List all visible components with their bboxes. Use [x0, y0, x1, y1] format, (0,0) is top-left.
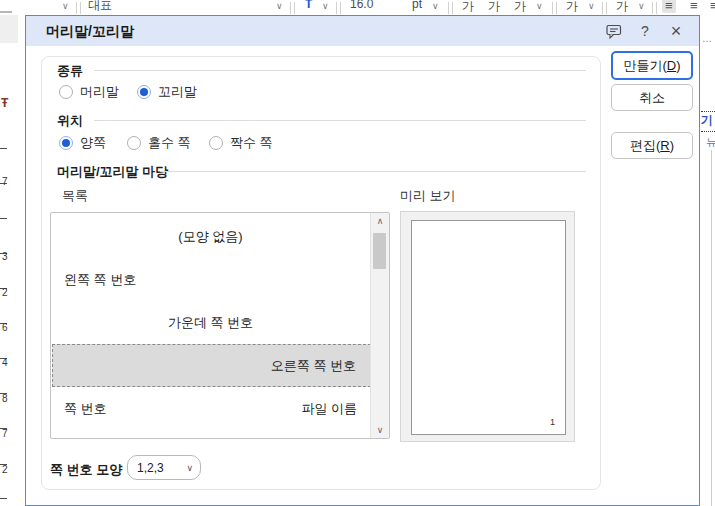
radio-indicator — [59, 136, 73, 150]
list-item-selected[interactable]: 오른쪽 쪽 번호 — [52, 344, 371, 387]
section-divider — [94, 70, 586, 71]
close-icon[interactable]: × — [667, 22, 685, 40]
ruler-number: 6 — [2, 322, 8, 333]
help-icon[interactable]: ? — [636, 22, 654, 40]
list-item[interactable]: 왼쪽 쪽 번호 — [52, 258, 371, 301]
list-item[interactable]: 쪽 번호 파일 이름 — [52, 387, 371, 430]
radio-header-label: 머리말 — [80, 83, 119, 101]
radio-indicator — [59, 85, 73, 99]
list-item-label: (모양 없음) — [178, 228, 242, 246]
page-number-format-value: 1,2,3 — [128, 461, 186, 475]
list-item[interactable]: 가운데 쪽 번호 — [52, 301, 371, 344]
document-text-fragment: 뉴 — [706, 135, 715, 148]
radio-footer-label: 꼬리말 — [158, 83, 197, 101]
section-divider — [160, 171, 586, 172]
radio-indicator — [127, 136, 141, 150]
ruler-tick — [0, 498, 7, 499]
section-divider — [94, 120, 586, 121]
ruler-number: 7 — [2, 176, 8, 187]
bold-button[interactable]: 가 — [462, 0, 474, 15]
ruler-number: 3 — [2, 251, 8, 262]
align-justify-button[interactable]: ≡ — [662, 0, 676, 13]
template-listbox: (모양 없음) 왼쪽 쪽 번호 가운데 쪽 번호 오른쪽 쪽 번호 쪽 번호 파… — [50, 212, 390, 439]
background-edge-line — [0, 11, 12, 13]
font-color-button[interactable]: 가 — [566, 0, 578, 15]
document-text-fragment: 기탐 — [701, 112, 715, 127]
dialog-comment-icon[interactable] — [605, 22, 623, 40]
toolbar-separator — [652, 2, 657, 14]
align-center-button[interactable]: ≡ — [710, 0, 715, 13]
list-item-label: 왼쪽 쪽 번호 — [64, 271, 136, 289]
button-text: 편집( — [630, 137, 660, 155]
italic-button[interactable]: 가 — [488, 0, 500, 15]
radio-even-pages-label: 짝수 쪽 — [230, 134, 273, 152]
chevron-down-icon[interactable]: ∨ — [432, 1, 439, 11]
page-number-format-select[interactable]: 1,2,3 ∨ — [127, 455, 201, 480]
font-size-unit: pt — [412, 0, 422, 11]
radio-header[interactable]: 머리말 — [59, 83, 119, 101]
list-item-label: 파일 이름 — [301, 400, 357, 418]
radio-odd-pages-label: 홀수 쪽 — [148, 134, 191, 152]
section-position-label: 위치 — [57, 112, 83, 130]
background-toolbar: ∨ 대표 ∨ T ∨ 16.0 pt ∨ 가 가 가 ∨ 가 ∨ 가 ∨ ≡ ≡… — [0, 0, 715, 15]
font-size-value[interactable]: 16.0 — [350, 0, 373, 11]
toolbar-separator — [448, 2, 453, 14]
chevron-down-icon[interactable]: ∨ — [276, 1, 283, 11]
radio-both-pages-label: 양쪽 — [80, 134, 106, 152]
toolbar-separator — [76, 2, 81, 14]
ruler-tick — [0, 148, 7, 149]
chevron-down-icon[interactable]: ∨ — [536, 1, 543, 11]
scroll-down-icon[interactable]: ∨ — [371, 425, 389, 435]
vertical-ruler: Ŧ 7 3 2 6 4 8 7 2 — [0, 15, 25, 506]
chevron-down-icon[interactable]: ∨ — [638, 1, 645, 11]
cancel-button[interactable]: 취소 — [611, 84, 693, 111]
button-hotkey: D — [667, 58, 676, 73]
list-scrollbar[interactable]: ∧ ∨ — [370, 213, 389, 438]
align-left-button[interactable]: ≡ — [690, 0, 698, 13]
document-table-line — [711, 150, 712, 506]
toolbar-separator — [602, 2, 607, 14]
dialog-groupbox: 종류 머리말 꼬리말 위치 양쪽 홀수 쪽 짝수 — [41, 56, 601, 490]
scroll-up-icon[interactable]: ∧ — [371, 216, 389, 226]
toolbar-separator — [290, 2, 295, 14]
button-text: ) — [676, 58, 680, 73]
button-hotkey: R — [660, 138, 669, 153]
radio-indicator — [209, 136, 223, 150]
preview-page: 1 — [411, 220, 566, 435]
list-item-label: 가운데 쪽 번호 — [168, 314, 253, 332]
toolbar-separator — [336, 2, 341, 14]
highlight-color-button[interactable]: 가 — [616, 0, 628, 15]
preview-panel: 1 — [400, 211, 575, 442]
chevron-down-icon: ∨ — [186, 463, 200, 473]
chevron-down-icon[interactable]: ∨ — [62, 1, 69, 11]
page-number-format-label: 쪽 번호 모양 — [50, 461, 122, 479]
ruler-margin-marker-icon: Ŧ — [1, 96, 8, 110]
toolbar-separator — [552, 2, 557, 14]
table-dotted-border — [701, 131, 715, 132]
radio-indicator — [137, 85, 151, 99]
scrollbar-thumb[interactable] — [373, 233, 386, 269]
edit-button[interactable]: 편집(R) — [611, 132, 693, 159]
section-kind-label: 종류 — [57, 62, 83, 80]
style-dropdown[interactable]: 대표 — [88, 0, 112, 14]
radio-even-pages[interactable]: 짝수 쪽 — [209, 134, 273, 152]
create-button[interactable]: 만들기(D) — [611, 51, 693, 80]
scrollbar-dots: … — [702, 33, 712, 44]
list-item[interactable]: (모양 없음) — [52, 215, 371, 258]
chevron-down-icon[interactable]: ∨ — [588, 1, 595, 11]
dialog-titlebar: 머리말/꼬리말 ? × — [26, 16, 699, 46]
radio-odd-pages[interactable]: 홀수 쪽 — [127, 134, 191, 152]
list-item-label: 오른쪽 쪽 번호 — [271, 357, 356, 375]
radio-both-pages[interactable]: 양쪽 — [59, 134, 106, 152]
radio-footer[interactable]: 꼬리말 — [137, 83, 197, 101]
ruler-number: 4 — [2, 357, 8, 368]
chevron-down-icon[interactable]: ∨ — [322, 1, 329, 11]
header-footer-dialog: 머리말/꼬리말 ? × 종류 머리말 — [25, 15, 700, 506]
underline-button[interactable]: 가 — [514, 0, 526, 15]
font-icon[interactable]: T — [305, 0, 312, 11]
ruler-number: 2 — [2, 287, 8, 298]
dialog-title: 머리말/꼬리말 — [46, 16, 134, 46]
list-item-label: 쪽 번호 — [64, 400, 107, 418]
preview-page-number: 1 — [550, 417, 555, 427]
list-label: 목록 — [62, 187, 88, 205]
